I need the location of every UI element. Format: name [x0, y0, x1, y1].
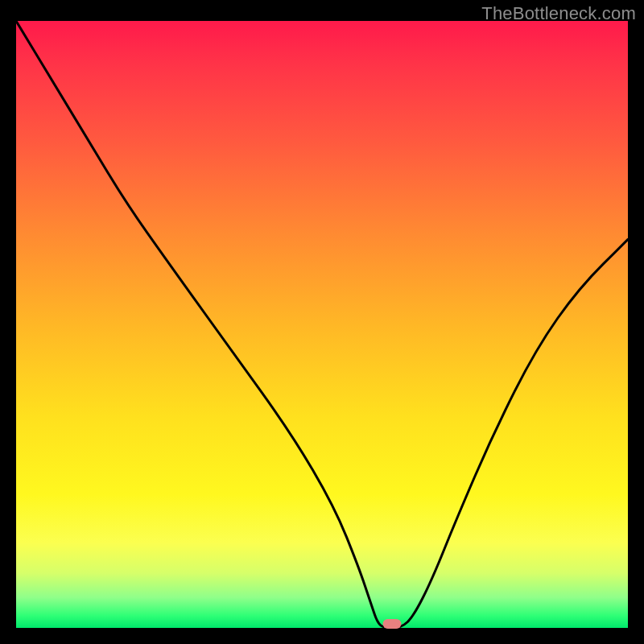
chart-frame: TheBottleneck.com: [0, 0, 644, 644]
plot-area: [16, 21, 628, 628]
optimal-point-marker: [383, 619, 402, 629]
bottleneck-curve: [16, 21, 628, 628]
curve-svg: [16, 21, 628, 628]
watermark-text: TheBottleneck.com: [481, 3, 636, 24]
